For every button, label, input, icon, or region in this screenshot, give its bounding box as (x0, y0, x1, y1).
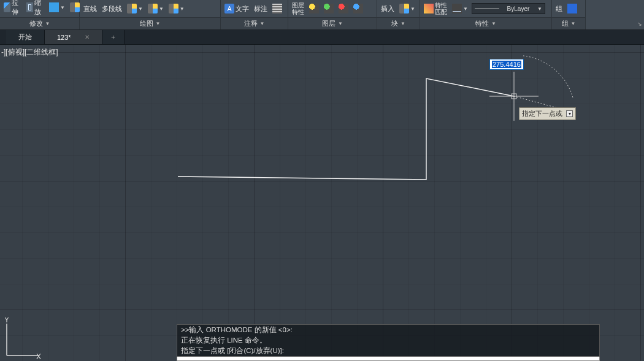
match-props-icon (424, 4, 434, 13)
layer-props-button[interactable]: 图层特性 (291, 1, 305, 16)
panel-layers-title[interactable]: 图层▼ (288, 17, 377, 29)
ucs-y-label: Y (4, 317, 9, 324)
drawing-viewport[interactable]: -][俯视][二维线框] 275.4416 指定下一点或 ▾ Y X >>输入 … (0, 45, 644, 361)
panel-block: 插入 ▼ 块▼ (377, 0, 420, 29)
stretch-label: 拉伸 (12, 0, 21, 17)
match-props-button[interactable]: 特性匹配 (423, 1, 448, 16)
viewport-label[interactable]: -][俯视][二维线框] (1, 47, 58, 58)
layer-lock-icon (339, 4, 348, 13)
document-tab-bar: 开始 123* ✕ ＋ (0, 30, 644, 45)
tab-new[interactable]: ＋ (102, 30, 125, 44)
chevron-down-icon: ▼ (60, 5, 65, 10)
cmd-line-1: >>输入 ORTHOMODE 的新值 <0>: (177, 325, 599, 335)
panel-draw-title[interactable]: 绘图▼ (80, 17, 220, 29)
keyboard-hint-icon: ▾ (566, 110, 573, 117)
block-icon (399, 4, 409, 13)
group-label: 组 (556, 4, 562, 13)
panel-modify: 拉伸 缩放 ▼ 修改▼ (0, 0, 80, 29)
panel-properties: 特性匹配 ▼ ByLayer ▼ 特性▼↘ (420, 0, 552, 29)
scale-icon (26, 2, 33, 12)
dim-label: 标注 (254, 4, 267, 13)
text-icon (224, 4, 234, 13)
table-button[interactable] (271, 3, 283, 14)
panel-properties-title[interactable]: 特性▼↘ (420, 17, 551, 29)
circle-icon (148, 4, 158, 13)
bylayer-label: ByLayer (507, 6, 530, 12)
draw-dd-2[interactable]: ▼ (147, 3, 165, 14)
close-icon[interactable]: ✕ (85, 34, 90, 40)
layer-sun-icon (309, 4, 319, 13)
ucs-icon: Y X (2, 317, 45, 360)
dim-button[interactable]: 标注 (253, 4, 269, 14)
layer-state-2[interactable] (323, 3, 335, 14)
panel-block-title[interactable]: 块▼ (377, 17, 420, 29)
scale-button[interactable]: 缩放 (25, 0, 45, 17)
grid-button[interactable]: ▼ (48, 2, 66, 13)
draw-dd-1[interactable]: ▼ (126, 3, 144, 14)
ucs-x-label: X (36, 352, 41, 360)
layer-off-icon (353, 4, 363, 13)
modify-extra-button[interactable] (69, 2, 81, 13)
panel-layers: 图层特性 图层▼ (288, 0, 377, 29)
block-dd[interactable]: ▼ (398, 3, 416, 14)
select-icon (567, 4, 577, 13)
stretch-icon (4, 2, 10, 12)
cmd-line-2: 正在恢复执行 LINE 命令。 (177, 335, 599, 346)
array-icon (49, 2, 59, 12)
table-icon (272, 4, 282, 13)
tab-doc1-label: 123* (57, 34, 71, 41)
layer-state-4[interactable] (352, 3, 364, 14)
stretch-button[interactable]: 拉伸 (2, 0, 23, 17)
dynamic-distance-value: 275.4416 (492, 61, 521, 68)
layer-state-3[interactable] (337, 3, 350, 14)
ribbon-toolbar: 拉伸 缩放 ▼ 修改▼ 直线 多段线 ▼ ▼ ▼ 绘图▼ 文字 标注 注释▼ 图… (0, 0, 644, 30)
text-label: 文字 (236, 4, 249, 13)
command-window[interactable]: >>输入 ORTHOMODE 的新值 <0>: 正在恢复执行 LINE 命令。 … (177, 324, 600, 361)
text-button[interactable]: 文字 (223, 3, 250, 14)
insert-button[interactable]: 插入 (380, 4, 396, 14)
panel-draw: 直线 多段线 ▼ ▼ ▼ 绘图▼ (80, 0, 221, 29)
polyline-button[interactable]: 多段线 (101, 4, 123, 14)
tooltip-text: 指定下一点或 (522, 109, 562, 118)
command-input[interactable] (177, 357, 600, 361)
cmd-line-3: 指定下一点或 [闭合(C)/放弃(U)]: (177, 346, 599, 356)
tab-start[interactable]: 开始 (6, 30, 45, 44)
panel-annotation: 文字 标注 注释▼ (221, 0, 288, 29)
linetype-dd[interactable]: ▼ (451, 3, 469, 14)
panel-annotation-title[interactable]: 注释▼ (221, 17, 288, 29)
command-tooltip: 指定下一点或 ▾ (519, 107, 576, 120)
line-button[interactable]: 直线 (82, 4, 98, 14)
layer-freeze-icon (324, 4, 334, 13)
tab-doc1[interactable]: 123* ✕ (45, 30, 102, 44)
lineweight-combo[interactable]: ByLayer ▼ (472, 3, 545, 14)
chevron-down-icon: ▼ (537, 6, 542, 12)
group-button[interactable]: 组 (554, 4, 564, 14)
draw-dd-3[interactable]: ▼ (167, 3, 186, 14)
scale-label: 缩放 (34, 0, 44, 17)
tool-icon (70, 2, 80, 12)
dynamic-distance-input[interactable]: 275.4416 (489, 59, 524, 70)
plus-icon: ＋ (110, 32, 117, 42)
panel-group-title[interactable]: 组▼ (552, 17, 585, 29)
panel-modify-title[interactable]: 修改▼ (0, 17, 79, 29)
polyline-label: 多段线 (102, 4, 122, 13)
shape-icon (169, 4, 178, 13)
drawing-geometry (0, 45, 644, 361)
insert-label: 插入 (381, 4, 394, 13)
arc-icon (127, 4, 137, 13)
linetype-icon (452, 4, 462, 13)
chevron-down-icon: ▼ (45, 21, 50, 26)
command-history: >>输入 ORTHOMODE 的新值 <0>: 正在恢复执行 LINE 命令。 … (177, 324, 600, 357)
svg-rect-2 (512, 94, 516, 99)
line-sample-icon (475, 9, 499, 9)
panel-group: 组 组▼ (552, 0, 586, 29)
select-mode-button[interactable] (566, 3, 578, 14)
layer-state-1[interactable] (308, 3, 320, 14)
line-label: 直线 (83, 4, 97, 13)
